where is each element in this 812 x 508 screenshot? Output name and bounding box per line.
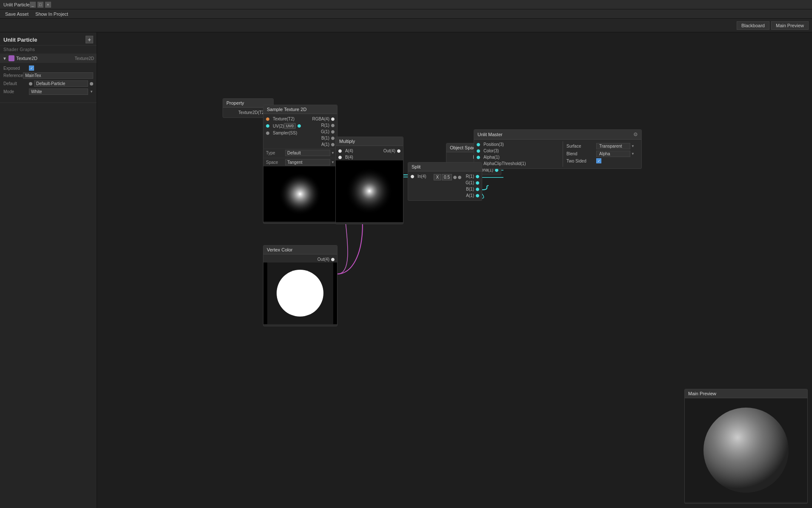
surface-arrow-icon: ▼ — [631, 144, 635, 148]
main-preview-button[interactable]: Main Preview — [771, 21, 809, 30]
two-sided-checkbox[interactable]: ✓ — [596, 158, 601, 163]
multiply-node[interactable]: Multiply A(4) B(4) — [335, 137, 403, 224]
exposed-checkbox[interactable]: ✓ — [29, 66, 34, 71]
split-a-row: A(1) — [463, 192, 482, 199]
split-g-label: G(1) — [466, 180, 474, 185]
canvas-area[interactable]: Property Texture2D(T2) Sample Texture 2D — [97, 32, 812, 508]
sample-tex-texture-row: Texture(T2) — [263, 116, 303, 122]
main-preview-sphere-svg — [689, 399, 803, 501]
multiply-header: Multiply — [336, 137, 403, 146]
menu-show-in-project[interactable]: Show In Project — [32, 11, 71, 17]
menu-save-asset[interactable]: Save Asset — [2, 11, 32, 17]
blend-row: Blend Alpha ▼ — [566, 151, 638, 157]
sample-tex-texture-port[interactable] — [266, 117, 269, 121]
multiply-b-port[interactable] — [338, 156, 342, 159]
sample-tex-space-value[interactable]: Tangent — [285, 159, 330, 166]
property-output-label: Texture2D(T2) — [226, 110, 266, 115]
sample-tex-type-value[interactable]: Default — [285, 150, 330, 156]
split-b-label: B(1) — [466, 187, 474, 191]
sample-tex-b-port[interactable] — [331, 137, 335, 140]
reference-row: Reference — [3, 72, 93, 79]
sample-tex-a-port[interactable] — [331, 143, 335, 146]
sample-tex-space-row: Space Tangent ▼ — [263, 158, 337, 166]
panel-separator — [0, 103, 97, 103]
vertex-color-body: Out(4) — [263, 254, 337, 326]
unlit-master-pos-port[interactable] — [477, 143, 480, 146]
split-x-port-2[interactable] — [458, 176, 461, 179]
multiply-out-port[interactable] — [397, 149, 400, 153]
svg-point-3 — [346, 168, 393, 214]
split-r-port[interactable] — [476, 175, 479, 178]
blend-value[interactable]: Alpha — [596, 151, 630, 157]
property-name: Texture2D — [16, 56, 75, 61]
multiply-outputs: Out(4) — [381, 148, 403, 160]
unlit-master-alpha-port[interactable] — [477, 156, 480, 159]
vertex-color-out-label: Out(4) — [317, 257, 329, 262]
default-end-dot-icon — [90, 82, 93, 86]
unlit-master-props: Surface Transparent ▼ Blend Alpha ▼ Two … — [563, 141, 641, 167]
unlit-master-body: Position(3) Color(3) Alpha(1) Alpha — [474, 140, 641, 168]
exposed-row: Exposed ✓ — [3, 66, 93, 71]
main-preview-canvas — [685, 398, 807, 502]
sample-texture-header: Sample Texture 2D — [263, 105, 337, 114]
window-controls[interactable]: _ □ × — [30, 2, 51, 8]
vertex-color-node[interactable]: Vertex Color Out(4) — [263, 245, 337, 326]
sample-texture-title: Sample Texture 2D — [267, 107, 306, 112]
uv0-badge-port[interactable] — [297, 124, 301, 128]
sample-tex-g-label: G(1) — [321, 129, 329, 134]
blend-arrow-icon: ▼ — [631, 152, 635, 156]
split-x-value[interactable]: 0.5 — [442, 174, 452, 180]
minimize-button[interactable]: _ — [30, 2, 36, 8]
main-preview-title: Main Preview — [688, 391, 716, 396]
blackboard-button[interactable]: Blackboard — [737, 21, 769, 30]
multiply-b-label: B(4) — [345, 155, 353, 160]
sample-tex-g-port[interactable] — [331, 130, 335, 134]
unlit-master-node[interactable]: Unlit Master ⚙ Position(3) Color(3) — [474, 129, 642, 169]
split-body: In(4) X 0.5 R(1) — [408, 171, 482, 200]
sample-tex-r-port[interactable] — [331, 124, 335, 127]
unlit-master-alphaclip-label: AlphaClipThreshold(1) — [483, 161, 560, 166]
mode-label: Mode — [3, 89, 29, 94]
split-a-port[interactable] — [476, 194, 479, 197]
gear-icon[interactable]: ⚙ — [633, 131, 638, 137]
sample-tex-r-label: R(1) — [321, 123, 329, 128]
sample-tex-sampler-port[interactable] — [266, 131, 269, 135]
split-b-port[interactable] — [476, 188, 479, 191]
multiply-out-label: Out(4) — [383, 148, 395, 153]
unlit-master-inputs: Position(3) Color(3) Alpha(1) Alpha — [474, 141, 563, 167]
unlit-master-color-port[interactable] — [477, 149, 480, 153]
maximize-button[interactable]: □ — [37, 2, 43, 8]
multiply-a-port[interactable] — [338, 149, 342, 153]
reference-input[interactable] — [23, 72, 93, 79]
unlit-master-title: Unlit Master — [477, 132, 503, 137]
sample-tex-a-label: A(1) — [321, 142, 329, 147]
default-value-row: Default-Particle — [29, 80, 93, 87]
multiply-a-label: A(4) — [345, 148, 353, 153]
main-layout: Unlit Particle + Shader Graphs ▼ Texture… — [0, 32, 812, 508]
surface-row: Surface Transparent ▼ — [566, 143, 638, 149]
split-x-port-1[interactable] — [453, 176, 457, 179]
sample-tex-a-row: A(1) — [309, 141, 337, 148]
vertex-color-out-row: Out(4) — [315, 256, 337, 263]
add-property-button[interactable]: + — [86, 36, 93, 43]
svg-point-7 — [703, 408, 789, 493]
split-g-port[interactable] — [476, 181, 479, 185]
split-x-label: X — [434, 174, 441, 180]
split-in-port[interactable] — [411, 175, 414, 178]
vertex-color-title: Vertex Color — [267, 247, 293, 252]
property-type: Texture2D — [74, 56, 94, 61]
split-node[interactable]: Split In(4) X 0.5 — [408, 162, 482, 201]
check-icon[interactable]: ✓ — [29, 66, 34, 71]
panel-title-row: Unlit Particle + — [0, 32, 97, 46]
sample-texture-node[interactable]: Sample Texture 2D Texture(T2) UV(2) UV0 — [263, 105, 337, 224]
property-item[interactable]: ▼ Texture2D Texture2D — [0, 54, 97, 63]
multiply-body: A(4) B(4) Out(4) — [336, 146, 403, 224]
close-button[interactable]: × — [45, 2, 51, 8]
sample-tex-uv-port[interactable] — [266, 124, 269, 128]
mode-select[interactable]: White — [29, 88, 88, 95]
surface-value[interactable]: Transparent — [596, 143, 630, 149]
svg-point-5 — [277, 270, 323, 317]
vertex-color-out-port[interactable] — [331, 258, 335, 261]
sample-tex-rgba-port[interactable] — [331, 117, 335, 121]
blend-label: Blend — [566, 151, 596, 156]
